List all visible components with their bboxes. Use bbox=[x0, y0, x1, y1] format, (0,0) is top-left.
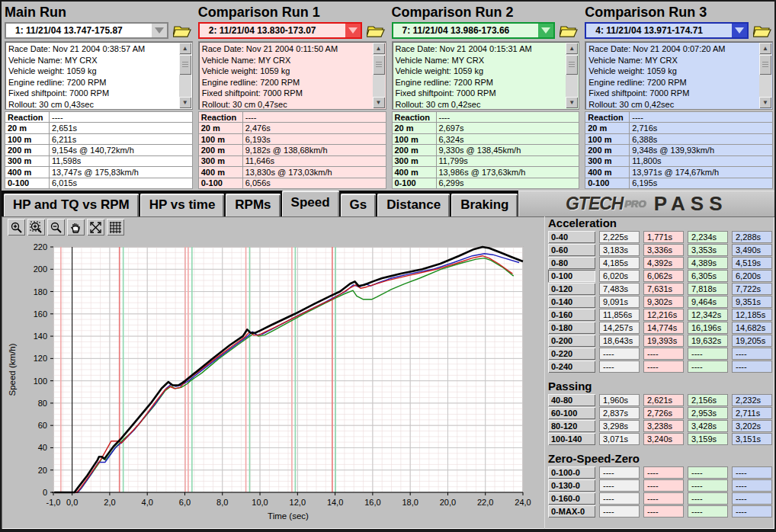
tab-braking[interactable]: Braking bbox=[451, 194, 518, 216]
range-label-button[interactable]: 0-100-0 bbox=[548, 466, 595, 479]
range-label-button[interactable]: 80-120 bbox=[548, 420, 595, 432]
run-stats-table: Reaction----20 m2,716s100 m6,388s200 m9,… bbox=[585, 111, 773, 189]
range-label-button[interactable]: 0-140 bbox=[548, 296, 595, 308]
tab-distance[interactable]: Distance bbox=[377, 194, 450, 216]
result-cell: 19,632s bbox=[688, 335, 728, 347]
result-cell: ---- bbox=[599, 505, 640, 518]
run-panel-2: Comparison Run 27: 11/21/04 13.986-173.6… bbox=[392, 3, 580, 189]
range-label-button[interactable]: 60-100 bbox=[548, 407, 595, 419]
range-label-button[interactable]: 0-240 bbox=[548, 361, 595, 373]
scrollbar-thumb[interactable] bbox=[759, 55, 771, 75]
stat-label: 0-100 bbox=[392, 178, 436, 188]
open-run-file-button[interactable] bbox=[365, 22, 386, 39]
open-run-file-button[interactable] bbox=[558, 22, 579, 39]
scroll-down-arrow-icon[interactable]: ▼ bbox=[759, 97, 771, 108]
run-info-box[interactable]: Race Date: Nov 21 2004 0:07:20 AMVehicle… bbox=[585, 41, 773, 110]
svg-text:10,0: 10,0 bbox=[252, 498, 268, 507]
range-label-button[interactable]: 0-40 bbox=[548, 231, 595, 243]
dropdown-arrow-icon[interactable] bbox=[732, 24, 747, 37]
range-label-button[interactable]: 0-160 bbox=[548, 309, 595, 321]
dropdown-arrow-icon[interactable] bbox=[345, 24, 361, 37]
info-scrollbar[interactable]: ▲▼ bbox=[566, 43, 578, 108]
scroll-up-arrow-icon[interactable]: ▲ bbox=[759, 43, 771, 54]
range-label-button[interactable]: 0-80 bbox=[548, 257, 595, 269]
range-label-button[interactable]: 0-MAX-0 bbox=[548, 505, 595, 518]
run-panel-title: Comparison Run 3 bbox=[585, 3, 773, 21]
tab-gs[interactable]: Gs bbox=[341, 194, 377, 216]
run-stats-table: Reaction----20 m2,651s100 m6,211s200 m9,… bbox=[5, 111, 193, 189]
open-run-file-button[interactable] bbox=[752, 22, 773, 39]
zoom-out-button[interactable] bbox=[47, 219, 65, 236]
y-axis-label: Speed (km/h) bbox=[8, 343, 17, 396]
zoom-box-button[interactable] bbox=[27, 219, 45, 236]
info-scrollbar[interactable]: ▲▼ bbox=[373, 43, 385, 108]
result-cell: ---- bbox=[688, 505, 728, 518]
zoom-in-button[interactable] bbox=[8, 219, 25, 236]
run-selector-dropdown[interactable]: 1: 11/21/04 13.747-175.87 bbox=[5, 22, 168, 39]
table-row: 0-1006,020s6,062s6,305s6,200s bbox=[548, 270, 774, 282]
info-scrollbar[interactable]: ▲▼ bbox=[179, 43, 191, 108]
run-info-line: Rollout: 30 cm 0,47sec bbox=[202, 99, 370, 110]
range-label-button[interactable]: 0-60 bbox=[548, 244, 595, 256]
speed-vs-time-chart[interactable]: -1,00,02,04,06,08,010,012,014,016,018,02… bbox=[3, 236, 541, 530]
chart-toolbar bbox=[8, 219, 124, 236]
stat-label: 0-100 bbox=[585, 178, 630, 188]
run-selector-value: 4: 11/21/04 13.971-174.71 bbox=[586, 24, 732, 37]
logo-pass-text: PASS bbox=[654, 192, 728, 216]
open-run-file-button[interactable] bbox=[172, 22, 193, 39]
run-info-box[interactable]: Race Date: Nov 21 2004 0:15:31 AMVehicle… bbox=[392, 41, 580, 110]
stat-label: Reaction bbox=[585, 112, 630, 123]
scroll-up-arrow-icon[interactable]: ▲ bbox=[373, 43, 385, 54]
section-heading-passing: Passing bbox=[548, 380, 774, 393]
scroll-down-arrow-icon[interactable]: ▼ bbox=[179, 97, 191, 108]
stat-label: Reaction bbox=[5, 112, 50, 123]
grid-button[interactable] bbox=[107, 219, 124, 236]
result-cell: 2,234s bbox=[688, 231, 728, 243]
range-label-button[interactable]: 0-100 bbox=[548, 270, 595, 282]
run-info-box[interactable]: Race Date: Nov 21 2004 0:11:50 AMVehicle… bbox=[198, 41, 386, 110]
stat-label: 200 m bbox=[392, 145, 436, 155]
scroll-down-arrow-icon[interactable]: ▼ bbox=[373, 97, 385, 108]
range-label-button[interactable]: 0-130-0 bbox=[548, 479, 595, 492]
scrollbar-thumb[interactable] bbox=[373, 55, 385, 75]
fit-button[interactable] bbox=[87, 219, 104, 236]
range-label-button[interactable]: 0-180 bbox=[548, 322, 595, 334]
stat-value: ---- bbox=[242, 112, 386, 123]
stat-value: 6,299s bbox=[436, 178, 579, 188]
scroll-down-arrow-icon[interactable]: ▼ bbox=[566, 97, 578, 108]
run-info-box[interactable]: Race Date: Nov 21 2004 0:38:57 AMVehicle… bbox=[5, 41, 193, 110]
svg-text:220: 220 bbox=[34, 242, 47, 252]
run-info-line: Vehicle Name: MY CRX bbox=[588, 55, 757, 66]
run-selector-dropdown[interactable]: 7: 11/21/04 13.986-173.66 bbox=[392, 22, 556, 39]
result-cell: 3,238s bbox=[643, 420, 684, 432]
info-scrollbar[interactable]: ▲▼ bbox=[759, 43, 771, 108]
range-label-button[interactable]: 0-220 bbox=[548, 348, 595, 360]
scroll-up-arrow-icon[interactable]: ▲ bbox=[179, 43, 191, 54]
result-cell: 2,156s bbox=[688, 394, 728, 406]
scroll-up-arrow-icon[interactable]: ▲ bbox=[566, 43, 578, 54]
tab-hp-and-tq-vs-rpm[interactable]: HP and TQ vs RPM bbox=[4, 194, 139, 216]
tab-hp-vs-time[interactable]: HP vs time bbox=[140, 194, 225, 216]
result-cell: 11,856s bbox=[599, 309, 640, 321]
run-selector-dropdown[interactable]: 4: 11/21/04 13.971-174.71 bbox=[585, 22, 749, 39]
scrollbar-thumb[interactable] bbox=[179, 55, 191, 75]
result-cell: ---- bbox=[732, 505, 772, 518]
result-cell: ---- bbox=[688, 492, 728, 505]
svg-text:80: 80 bbox=[38, 399, 47, 408]
range-label-button[interactable]: 0-120 bbox=[548, 283, 595, 295]
tab-speed[interactable]: Speed bbox=[282, 191, 339, 216]
range-label-button[interactable]: 40-80 bbox=[548, 394, 595, 406]
table-row: 100-1403,071s3,240s3,159s3,151s bbox=[548, 433, 774, 445]
run-selector-dropdown[interactable]: 2: 11/21/04 13.830-173.07 bbox=[198, 22, 362, 39]
stat-label: 300 m bbox=[392, 155, 436, 166]
dropdown-arrow-icon[interactable] bbox=[152, 24, 167, 37]
svg-text:20: 20 bbox=[38, 466, 47, 475]
scrollbar-thumb[interactable] bbox=[566, 55, 578, 75]
pan-button[interactable] bbox=[67, 219, 85, 236]
range-label-button[interactable]: 0-200 bbox=[548, 335, 595, 347]
range-label-button[interactable]: 0-160-0 bbox=[548, 492, 595, 505]
dropdown-arrow-icon[interactable] bbox=[538, 24, 553, 37]
range-label-button[interactable]: 100-140 bbox=[548, 433, 595, 445]
tab-rpms[interactable]: RPMs bbox=[226, 194, 280, 216]
table-row: 400 m13,747s @ 175,83km/h bbox=[5, 167, 193, 178]
